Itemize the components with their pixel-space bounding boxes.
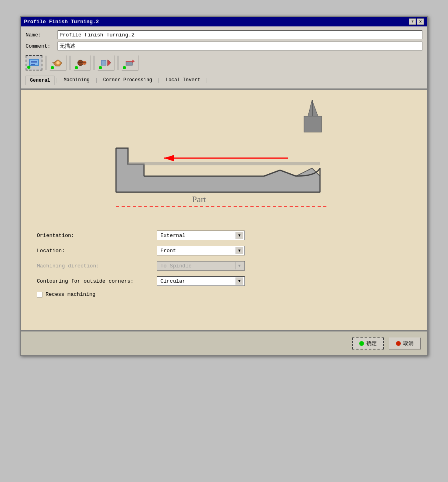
comment-input[interactable] [58,42,422,50]
green-dot-4 [99,66,102,69]
general-tab-button[interactable] [26,55,42,70]
green-dot-2 [51,66,54,69]
tab-bar: General | Machining | Corner Processing … [26,75,422,85]
contouring-select[interactable]: Circular ▼ [157,276,245,286]
machining-direction-row: Machining direction: To Spindle ▼ [37,261,411,271]
tab-local-invert[interactable]: Local Invert [161,75,204,85]
machining-diagram: Part [104,96,344,224]
contouring-dropdown-arrow: ▼ [236,277,243,285]
svg-text:Part: Part [192,194,206,204]
tool-icon [124,58,136,68]
contouring-row: Contouring for outside corners: Circular… [37,276,411,286]
svg-rect-18 [304,116,322,132]
svg-marker-28 [164,155,174,161]
name-row: Name: [26,30,422,39]
recess-row: Recess machining [37,291,411,297]
svg-marker-14 [132,60,135,63]
green-dot-5 [123,66,126,69]
cancel-label: 取消 [403,340,414,347]
orientation-row: Orientation: External ▼ [37,231,411,240]
location-row: Location: Front ▼ [37,246,411,255]
name-label: Name: [26,32,58,38]
dialog-body: Name: Comment: [21,26,427,88]
tool-tab-button[interactable] [122,55,138,70]
tab-corner-processing[interactable]: Corner Processing [99,75,156,85]
location-dropdown-arrow: ▼ [236,247,243,254]
title-bar: Profile Finish Turning.2 ? X [21,17,427,26]
location-value: Front [159,248,236,254]
recess-label: Recess machining [46,291,96,297]
recess-checkbox[interactable] [37,292,42,297]
machining-direction-label: Machining direction: [37,263,157,269]
machining-tab-button[interactable] [50,55,66,70]
cancel-dot [396,341,401,346]
orientation-dropdown-arrow: ▼ [236,232,243,239]
orientation-select[interactable]: External ▼ [157,231,245,240]
location-select[interactable]: Front ▼ [157,246,245,255]
machining-direction-value: To Spindle [159,263,236,269]
dialog-title: Profile Finish Turning.2 [24,19,99,25]
tab-machining[interactable]: Machining [59,75,94,85]
corner-icon [76,58,88,68]
bottom-bar: 确定 取消 [21,331,427,355]
machining-icon [52,58,64,68]
svg-rect-13 [126,61,132,65]
svg-marker-12 [108,60,111,66]
svg-rect-26 [128,162,320,165]
corner-tab-button[interactable] [74,55,90,70]
tab-general[interactable]: General [26,76,54,85]
bottom-section: 确定 取消 [21,331,427,355]
help-button[interactable]: ? [409,18,416,25]
controls-area: Orientation: External ▼ Location: Front … [27,224,421,308]
comment-label: Comment: [26,43,58,49]
main-dialog: Profile Finish Turning.2 ? X Name: Comme… [20,16,428,356]
title-bar-buttons: ? X [409,18,424,25]
toolbar-sep-1 [46,56,46,70]
svg-point-6 [56,61,60,64]
green-dot-3 [75,66,78,69]
toolbar [26,54,422,72]
confirm-label: 确定 [366,340,377,347]
contouring-value: Circular [159,278,236,284]
name-input[interactable] [58,30,422,39]
svg-rect-11 [101,60,106,65]
comment-row: Comment: [26,42,422,50]
toolbar-sep-4 [118,56,118,70]
invert-tab-button[interactable] [98,55,114,70]
contouring-label: Contouring for outside corners: [37,278,157,284]
confirm-dot [359,341,364,346]
confirm-button[interactable]: 确定 [352,337,384,349]
toolbar-sep-2 [70,56,70,70]
green-dot-1 [27,66,30,69]
close-button[interactable]: X [417,18,424,25]
orientation-label: Orientation: [37,233,157,239]
content-area: Part Orientation: External ▼ Location: F… [21,90,427,330]
location-label: Location: [37,248,157,254]
toolbar-sep-3 [94,56,94,70]
orientation-value: External [159,233,236,239]
cancel-button[interactable]: 取消 [389,337,421,349]
machining-direction-dropdown-arrow: ▼ [236,262,243,269]
svg-marker-19 [116,148,320,192]
machining-direction-select: To Spindle ▼ [157,261,245,271]
invert-icon [100,58,112,68]
